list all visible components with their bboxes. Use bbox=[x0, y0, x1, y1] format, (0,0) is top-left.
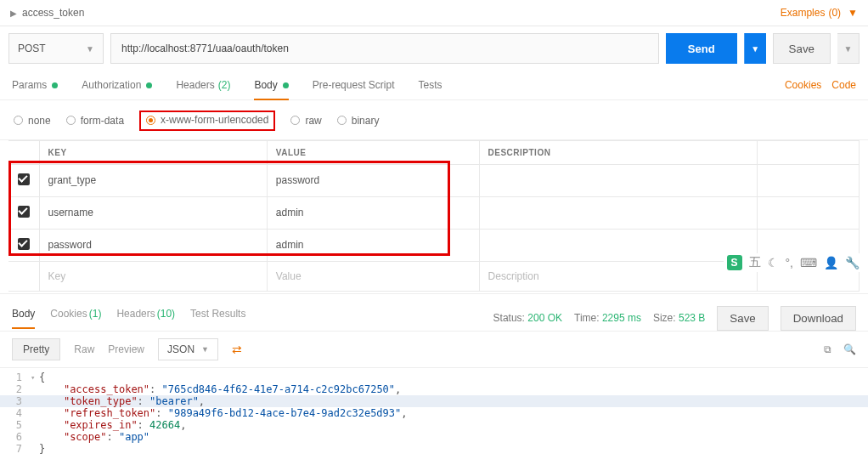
value-cell[interactable]: password bbox=[267, 164, 479, 196]
examples-count: (0) bbox=[828, 7, 841, 19]
response-body[interactable]: 1▾{ 2 "access_token": "765cd846-4f62-41e… bbox=[0, 368, 868, 458]
key-header: KEY bbox=[39, 140, 267, 164]
send-button[interactable]: Send bbox=[666, 33, 737, 64]
bodytype-binary[interactable]: binary bbox=[337, 115, 380, 127]
bodytype-urlencoded[interactable]: x-www-form-urlencoded bbox=[146, 114, 268, 126]
size-value: 523 B bbox=[679, 312, 705, 324]
highlight-box: x-www-form-urlencoded bbox=[139, 111, 275, 131]
table-row[interactable]: grant_type password bbox=[8, 164, 860, 196]
search-icon[interactable]: 🔍 bbox=[843, 343, 856, 355]
send-dropdown[interactable]: ▼ bbox=[744, 33, 766, 64]
resp-tab-tests[interactable]: Test Results bbox=[190, 308, 245, 328]
wubi-icon[interactable]: 五 bbox=[749, 255, 761, 270]
punct-icon[interactable]: °, bbox=[786, 256, 794, 269]
value-placeholder[interactable]: Value bbox=[267, 261, 479, 291]
desc-cell[interactable] bbox=[479, 229, 757, 261]
sogou-icon[interactable]: S bbox=[727, 255, 742, 270]
tab-params[interactable]: Params bbox=[12, 79, 58, 99]
key-cell[interactable]: grant_type bbox=[39, 164, 267, 196]
check-header bbox=[8, 140, 39, 164]
save-button[interactable]: Save bbox=[773, 33, 831, 64]
view-raw[interactable]: Raw bbox=[74, 343, 94, 355]
checkbox-icon[interactable] bbox=[18, 206, 30, 218]
wrench-icon[interactable]: 🔧 bbox=[845, 256, 860, 269]
examples-dropdown[interactable]: Examples (0) ▼ bbox=[781, 7, 858, 19]
tab-authorization[interactable]: Authorization bbox=[82, 79, 152, 99]
tab-body[interactable]: Body bbox=[254, 79, 288, 99]
desc-cell[interactable] bbox=[479, 164, 757, 196]
tab-headers[interactable]: Headers(2) bbox=[176, 79, 230, 99]
user-icon[interactable]: 👤 bbox=[824, 256, 838, 269]
tab-prerequest[interactable]: Pre-request Script bbox=[313, 79, 395, 99]
url-input[interactable]: http://localhost:8771/uaa/oauth/token bbox=[110, 33, 659, 64]
resp-tab-body[interactable]: Body bbox=[12, 308, 35, 328]
active-dot-icon bbox=[146, 82, 152, 88]
bodytype-formdata[interactable]: form-data bbox=[66, 115, 124, 127]
checkbox-icon[interactable] bbox=[18, 238, 30, 250]
response-save-button[interactable]: Save bbox=[717, 306, 768, 331]
examples-label: Examples bbox=[781, 7, 826, 19]
view-pretty[interactable]: Pretty bbox=[12, 338, 60, 360]
desc-header: DESCRIPTION bbox=[479, 140, 757, 164]
cookies-link[interactable]: Cookies bbox=[785, 79, 821, 91]
code-link[interactable]: Code bbox=[831, 79, 856, 91]
radio-icon bbox=[66, 116, 76, 125]
radio-icon bbox=[290, 116, 300, 125]
lang-select[interactable]: JSON▼ bbox=[158, 338, 218, 360]
method-select[interactable]: POST ▼ bbox=[8, 33, 104, 64]
moon-icon[interactable]: ☾ bbox=[768, 256, 779, 269]
radio-icon bbox=[337, 116, 347, 125]
radio-icon bbox=[146, 116, 155, 125]
copy-icon[interactable]: ⧉ bbox=[824, 343, 831, 355]
chevron-down-icon: ▼ bbox=[86, 44, 94, 54]
expand-icon: ▶ bbox=[10, 9, 17, 18]
radio-icon bbox=[14, 116, 23, 125]
key-cell[interactable]: username bbox=[39, 196, 267, 229]
save-dropdown[interactable]: ▼ bbox=[837, 33, 860, 64]
keyboard-icon[interactable]: ⌨ bbox=[800, 256, 817, 269]
resp-tab-headers[interactable]: Headers(10) bbox=[116, 308, 175, 328]
chevron-down-icon: ▼ bbox=[201, 345, 209, 354]
bodytype-raw[interactable]: raw bbox=[290, 115, 321, 127]
tab-tests[interactable]: Tests bbox=[418, 79, 442, 99]
ime-tray: S 五 ☾ °, ⌨ 👤 🔧 bbox=[724, 253, 864, 272]
request-tab-name[interactable]: ▶ access_token bbox=[10, 7, 84, 19]
method-label: POST bbox=[18, 43, 46, 54]
chevron-down-icon: ▼ bbox=[848, 7, 858, 19]
key-placeholder[interactable]: Key bbox=[39, 261, 267, 291]
tools-header bbox=[758, 140, 860, 164]
active-dot-icon bbox=[283, 82, 289, 88]
key-cell[interactable]: password bbox=[39, 229, 267, 261]
view-preview[interactable]: Preview bbox=[108, 343, 144, 355]
checkbox-icon[interactable] bbox=[18, 173, 30, 185]
bodytype-none[interactable]: none bbox=[14, 115, 51, 127]
desc-cell[interactable] bbox=[479, 196, 757, 229]
resp-tab-cookies[interactable]: Cookies(1) bbox=[50, 308, 101, 328]
value-header: VALUE bbox=[267, 140, 479, 164]
table-row[interactable]: username admin bbox=[8, 196, 860, 229]
value-cell[interactable]: admin bbox=[267, 229, 479, 261]
value-cell[interactable]: admin bbox=[267, 196, 479, 229]
wrap-icon[interactable]: ⇄ bbox=[232, 343, 242, 356]
tab-name-label: access_token bbox=[22, 7, 84, 19]
url-value: http://localhost:8771/uaa/oauth/token bbox=[121, 43, 289, 54]
active-dot-icon bbox=[52, 82, 58, 88]
response-download-button[interactable]: Download bbox=[781, 306, 856, 331]
status-value: 200 OK bbox=[527, 312, 562, 324]
time-value: 2295 ms bbox=[602, 312, 641, 324]
desc-placeholder[interactable]: Description bbox=[479, 261, 757, 291]
